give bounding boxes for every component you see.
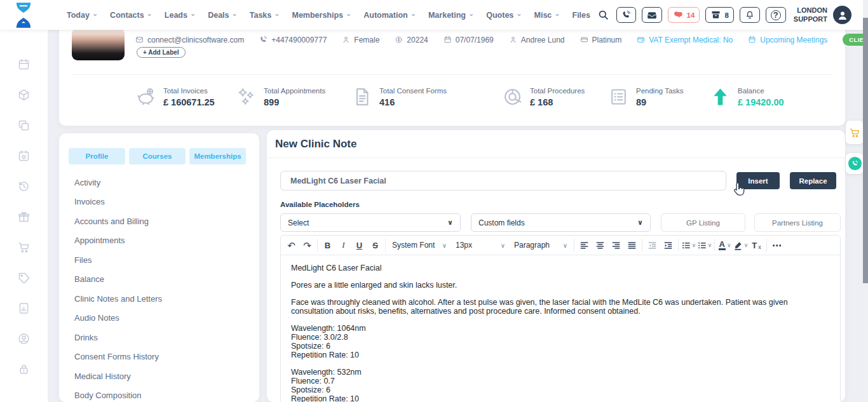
editor-line: Face was throughly cleaned with alcohol.… [291, 298, 830, 316]
indent-button[interactable] [660, 238, 676, 253]
tag-icon[interactable] [17, 271, 31, 285]
tab-courses[interactable]: Courses [129, 148, 186, 164]
sidebar-item-clinic-notes-and-letters[interactable]: Clinic Notes and Letters [74, 289, 253, 309]
nav-item-today[interactable]: Today⌄ [67, 11, 98, 20]
editor-paragraph: Pores are a little enlarged and skin lac… [291, 281, 830, 290]
stat-value: 89 [636, 97, 684, 107]
nav-item-quotes[interactable]: Quotes⌄ [486, 11, 522, 20]
undo-button[interactable]: ↶ [283, 238, 299, 253]
editor-line: Wavelength: 532nm [291, 368, 830, 377]
placeholder-select[interactable]: Select∨ [280, 213, 461, 232]
nav-item-marketing[interactable]: Marketing⌄ [428, 11, 474, 20]
calls-button[interactable] [616, 7, 636, 23]
report-icon[interactable] [17, 302, 31, 315]
help-button[interactable]: ? [766, 7, 786, 23]
replace-button[interactable]: Replace [790, 172, 836, 189]
patient-card-divider [72, 74, 832, 75]
bold-button[interactable]: B [320, 238, 336, 253]
block-format-select[interactable]: Paragraph∨ [510, 238, 572, 253]
align-left-icon [580, 241, 589, 250]
chat-icon [673, 10, 684, 20]
bullet-list-button[interactable]: ∨ [696, 238, 712, 253]
gift-icon[interactable] [17, 210, 31, 224]
tab-profile[interactable]: Profile [69, 148, 125, 164]
cart-icon [849, 127, 860, 138]
custom-fields-select[interactable]: Custom fields∨ [471, 213, 651, 232]
ordered-list-button[interactable]: ∨ [681, 238, 696, 253]
italic-button[interactable]: I [336, 238, 351, 253]
user-avatar[interactable] [833, 6, 851, 24]
chevron-down-icon: ⌄ [232, 10, 238, 17]
tab-memberships[interactable]: Memberships [189, 148, 246, 164]
editor-content[interactable]: MedLight C6 Laser Facial Pores are a lit… [281, 255, 840, 402]
user-circle-icon[interactable] [17, 332, 31, 345]
underline-button[interactable]: U [351, 238, 367, 253]
top-header: Today⌄ Contacts⌄ Leads⌄ Deals⌄ Tasks⌄ Me… [0, 0, 863, 30]
align-left-button[interactable] [576, 238, 592, 253]
text-color-button[interactable]: A∨ [717, 238, 733, 253]
clinicsoftware-logo[interactable] [14, 2, 33, 29]
nav-item-files[interactable]: Files [573, 11, 591, 20]
patient-photo [72, 28, 125, 60]
lock-icon[interactable] [17, 363, 31, 376]
nav-item-contacts[interactable]: Contacts⌄ [110, 11, 153, 20]
sidebar-item-files[interactable]: Files [74, 250, 253, 270]
sidebar-item-activity[interactable]: Activity [74, 173, 253, 192]
calendar-icon[interactable] [17, 58, 31, 71]
font-family-select[interactable]: System Font∨ [388, 238, 451, 253]
sidebar-item-body-composition[interactable]: Body Composition [74, 386, 253, 402]
patient-tier: Platinum [580, 36, 622, 44]
package-icon[interactable] [17, 88, 31, 102]
patient-dob-text: 07/07/1969 [456, 36, 494, 44]
sidebar-item-audio-notes[interactable]: Audio Notes [74, 309, 253, 328]
align-center-button[interactable] [592, 238, 608, 253]
patient-owner: Andree Lund [509, 36, 565, 44]
chat-button[interactable]: 14 [668, 7, 700, 23]
cart-icon[interactable] [17, 241, 31, 254]
sidebar-item-consent-forms-history[interactable]: Consent Forms History [74, 347, 253, 367]
sidebar-item-medical-history[interactable]: Medical History [74, 366, 253, 386]
more-tools-button[interactable]: ⋯ [769, 238, 785, 253]
redo-button[interactable]: ↷ [299, 238, 315, 253]
calendar-heart-icon[interactable] [17, 149, 31, 163]
sidebar-item-appointments[interactable]: Appointments [74, 231, 253, 251]
add-label-button[interactable]: + Add Label [137, 47, 186, 58]
sidebar-item-accounts-and-billing[interactable]: Accounts and Billing [74, 211, 253, 231]
stat-value: 899 [264, 97, 325, 107]
sidebar-item-invoices[interactable]: Invoices [74, 192, 253, 212]
patient-tier-text: Platinum [592, 36, 622, 44]
inbox-button[interactable] [642, 7, 662, 23]
nav-item-automation[interactable]: Automation⌄ [363, 11, 416, 20]
strikethrough-button[interactable]: S [367, 238, 383, 253]
sidebar-item-balance[interactable]: Balance [74, 270, 253, 290]
nav-item-leads[interactable]: Leads⌄ [165, 11, 196, 20]
search-icon[interactable] [597, 8, 611, 22]
insert-button[interactable]: Insert [736, 172, 780, 189]
highlight-button[interactable]: ∨ [733, 238, 749, 253]
nav-item-memberships[interactable]: Memberships⌄ [292, 11, 351, 20]
outdent-button[interactable] [644, 238, 660, 253]
align-justify-button[interactable] [624, 238, 640, 253]
nav-item-deals[interactable]: Deals⌄ [208, 11, 238, 20]
copy-icon[interactable] [17, 119, 31, 132]
nav-item-misc[interactable]: Misc⌄ [534, 11, 560, 20]
nav-label: Today [67, 11, 90, 20]
floating-cart-button[interactable] [846, 121, 864, 144]
gp-listing-button[interactable]: GP Listing [661, 213, 745, 232]
clear-formatting-button[interactable]: Tx [749, 238, 764, 253]
partners-listing-button[interactable]: Partners Listing [754, 213, 841, 232]
note-title-input[interactable] [280, 171, 726, 191]
nav-item-tasks[interactable]: Tasks⌄ [250, 11, 280, 20]
sidebar-item-drinks[interactable]: Drinks [74, 328, 253, 347]
nav-label: Memberships [292, 11, 343, 20]
mail-icon [135, 36, 144, 44]
vat-exempt-link[interactable]: VAT Exempt Medical: No [637, 36, 733, 44]
notifications-button[interactable] [740, 7, 760, 23]
page-scrollbar-thumb[interactable] [863, 18, 868, 283]
align-right-button[interactable] [608, 238, 624, 253]
history-icon[interactable] [17, 180, 31, 193]
floating-phone-button[interactable] [846, 153, 864, 174]
font-size-select[interactable]: 13px∨ [451, 238, 510, 253]
register-button[interactable]: 8 [705, 7, 733, 23]
upcoming-meetings-link[interactable]: Upcoming Meetings [748, 36, 827, 44]
